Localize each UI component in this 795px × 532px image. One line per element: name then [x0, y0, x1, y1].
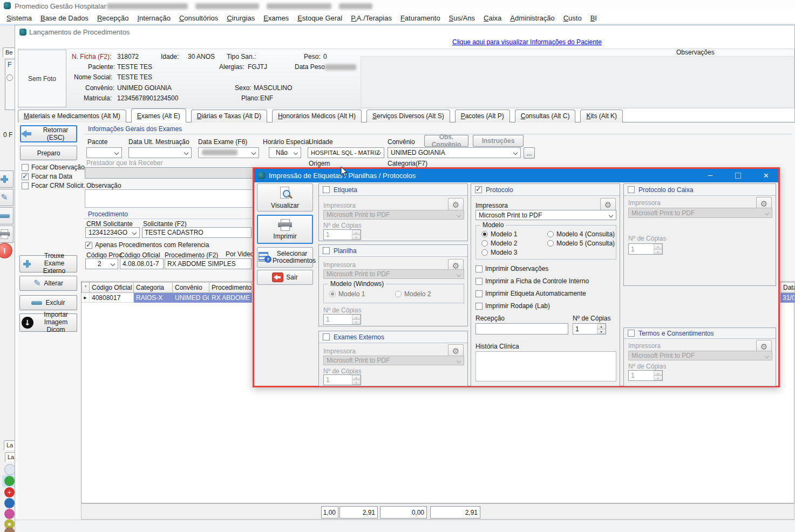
importar-dicom-button[interactable]: ↓ Importar Imagem Dicom	[19, 313, 77, 332]
alert-icon[interactable]: !	[0, 243, 12, 258]
alterar-button[interactable]: ✎ Alterar	[19, 276, 77, 291]
historia-clinica-textarea[interactable]	[475, 351, 616, 381]
menu-item-exames[interactable]: Exames	[259, 14, 293, 22]
protocolo-modelo1-radio[interactable]: Modelo 1	[481, 230, 517, 238]
grid-header-procedimento[interactable]: Procedimento	[209, 282, 252, 293]
menu-item-cirurgias[interactable]: Cirurgias	[222, 14, 259, 22]
minimize-button[interactable]	[698, 169, 722, 182]
focar-observacao-checkbox[interactable]: Focar Observação	[22, 163, 85, 171]
pacote-combo[interactable]	[86, 147, 122, 158]
spin-down-icon[interactable]	[654, 376, 662, 380]
planilha-modelo2-radio[interactable]: Modelo 2	[395, 290, 431, 298]
exames-externos-checkbox[interactable]	[323, 333, 330, 340]
crm-solicitante-combo[interactable]: 12341234GO	[85, 227, 140, 238]
exames-externos-printer-combo[interactable]: Microsoft Print to PDF	[323, 356, 464, 365]
spin-up-icon[interactable]	[352, 375, 361, 380]
sair-button[interactable]: Sair	[257, 270, 313, 285]
convenio-browse-button[interactable]: ...	[524, 147, 535, 159]
grid-header-codigo[interactable]: Código Oficial	[90, 282, 134, 293]
spin-up-icon[interactable]	[597, 324, 606, 329]
menu-item-recepcao[interactable]: Recepção	[93, 14, 133, 22]
visualizar-button[interactable]: Visualizar	[257, 183, 313, 212]
apenas-referencia-checkbox[interactable]: Apenas Procedimentos com Referencia	[85, 241, 209, 249]
exames-externos-copies-spinner[interactable]: 1	[323, 374, 361, 385]
grid-header-categoria[interactable]: Categoria	[134, 282, 173, 293]
instrucoes-button[interactable]: Instruções	[473, 135, 524, 147]
notes-icon[interactable]	[4, 527, 15, 532]
background-partial-tab[interactable]: La	[5, 452, 16, 462]
menu-item-estoque-geral[interactable]: Estoque Geral	[293, 14, 346, 22]
menu-item-consultorios[interactable]: Consultórios	[175, 14, 222, 22]
grid-header-convenio[interactable]: Convênio	[173, 282, 209, 293]
person-icon[interactable]	[4, 464, 16, 475]
focar-na-data-checkbox[interactable]: Focar na Data	[22, 173, 72, 180]
imprimir-ficha-checkbox[interactable]: Imprimir a Ficha de Controle Interno	[475, 277, 589, 285]
imprimir-rodape-checkbox[interactable]: Imprimir Rodapé (Lab)	[475, 302, 550, 310]
dialog-titlebar[interactable]: Impressão de Etiquetas / Planilhas / Pro…	[254, 169, 778, 182]
imprimir-observacoes-checkbox[interactable]: Imprimir Observações	[475, 265, 548, 272]
protocolo-modelo2-radio[interactable]: Modelo 2	[481, 240, 517, 247]
protocolo-checkbox[interactable]	[475, 186, 482, 193]
codigo-oficial-input[interactable]: 4.08.08.01-7	[120, 258, 164, 269]
protocolo-caixa-copies-spinner[interactable]: 1	[628, 243, 663, 255]
imprimir-etiqueta-auto-checkbox[interactable]: Imprimir Etiqueta Automaticamente	[475, 290, 586, 297]
procedimento-input[interactable]: RX ABDOME SIMPLES	[165, 258, 252, 269]
selecionar-procedimentos-button[interactable]: Selecionar Procedimentos	[257, 247, 313, 268]
close-button[interactable]: ✕	[754, 169, 778, 182]
tab-pacotes[interactable]: Pacotes (Alt P)	[455, 110, 510, 122]
background-radio-1[interactable]	[6, 74, 13, 81]
background-partial-tab[interactable]: La	[4, 440, 16, 450]
unidade-combo[interactable]: HOSPITAL SQL - MATRIZ	[308, 147, 384, 158]
protocolo-copies-spinner[interactable]: 1	[573, 323, 606, 335]
protocolo-modelo5-radio[interactable]: Modelo 5 (Consulta)	[547, 240, 615, 247]
medical-cross-icon[interactable]: +	[4, 487, 15, 497]
menu-item-custo[interactable]: Custo	[559, 14, 586, 22]
background-print-button[interactable]	[0, 226, 13, 243]
termos-checkbox[interactable]	[628, 330, 635, 337]
tab-diarias[interactable]: Diárias e Taxas (Alt D)	[191, 110, 267, 122]
protocolo-modelo3-radio[interactable]: Modelo 3	[481, 249, 517, 256]
menu-item-base-de-dados[interactable]: Base de Dados	[36, 14, 93, 22]
planilha-copies-spinner[interactable]: 1	[323, 314, 361, 325]
patient-info-link[interactable]: Clique aqui para visualizar Informações …	[452, 38, 602, 46]
solicitante-input[interactable]: TESTE CADASTRO	[142, 227, 252, 238]
termos-printer-combo[interactable]: Microsoft Print to PDF	[628, 351, 772, 360]
etiqueta-copies-spinner[interactable]: 1	[323, 229, 361, 240]
planilha-checkbox[interactable]	[323, 247, 330, 254]
menu-item-sus-ans[interactable]: Sus/Ans	[445, 14, 479, 22]
menu-item-administracao[interactable]: Administração	[506, 14, 559, 22]
menu-item-faturamento[interactable]: Faturamento	[396, 14, 445, 22]
grid-icon[interactable]	[4, 498, 15, 508]
maximize-button[interactable]	[726, 169, 750, 182]
spin-up-icon[interactable]	[654, 371, 662, 376]
data-ult-combo[interactable]	[128, 147, 192, 158]
grid-cell-convenio[interactable]: UNIMED GOI	[173, 293, 209, 303]
obs-convenio-button[interactable]: Obs. Convênio	[424, 135, 468, 147]
grid-cell-codigo[interactable]: 40808017	[90, 293, 134, 303]
menu-item-pa-terapias[interactable]: P.A./Terapias	[346, 14, 396, 22]
tab-consultas[interactable]: Consultas (Alt C)	[515, 110, 576, 122]
protocolo-caixa-checkbox[interactable]	[628, 186, 635, 193]
background-remove-button[interactable]	[0, 207, 13, 224]
focar-crm-checkbox[interactable]: Focar CRM Solicit.	[22, 182, 85, 189]
vitals-wave-icon[interactable]	[4, 476, 15, 486]
tab-kits[interactable]: Kits (Alt K)	[580, 110, 623, 122]
trouxe-exame-button[interactable]: Trouxe Exame Externo	[19, 255, 77, 272]
retornar-button[interactable]: Retornar (ESC)	[20, 125, 77, 142]
spin-up-icon[interactable]	[352, 230, 361, 235]
spin-down-icon[interactable]	[352, 319, 361, 324]
horario-especial-combo[interactable]: Não	[269, 147, 301, 158]
spin-down-icon[interactable]	[352, 380, 361, 385]
spin-down-icon[interactable]	[597, 329, 606, 335]
menu-item-caixa[interactable]: Caixa	[479, 14, 506, 22]
spin-down-icon[interactable]	[352, 235, 361, 240]
protocolo-printer-combo[interactable]: Microsoft Print to PDF	[475, 210, 616, 220]
planilha-printer-combo[interactable]: Microsoft Print to PDF	[323, 269, 464, 279]
tab-servicos[interactable]: Serviços Diversos (Alt S)	[366, 110, 450, 122]
spin-up-icon[interactable]	[654, 244, 662, 249]
preparo-button[interactable]: Preparo	[20, 146, 77, 160]
background-partial-tab[interactable]: Be	[3, 47, 16, 57]
tab-materiais[interactable]: Materiais e Medicamentos (Alt M)	[18, 110, 126, 122]
protocolo-modelo4-radio[interactable]: Modelo 4 (Consulta)	[547, 230, 615, 238]
menu-item-internacao[interactable]: Internação	[133, 14, 174, 22]
